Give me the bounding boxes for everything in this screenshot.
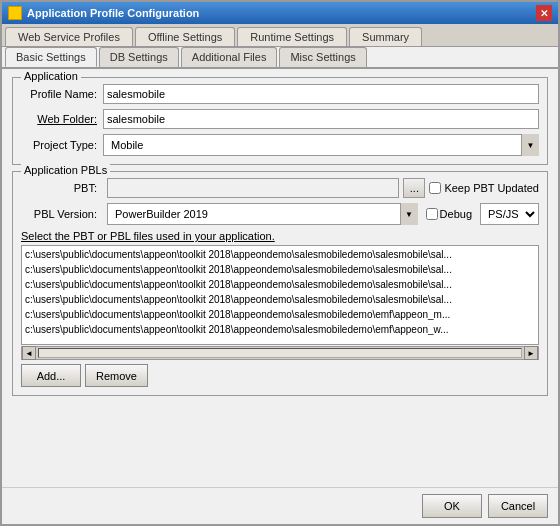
horizontal-scrollbar[interactable]: ◄ ► xyxy=(21,346,539,360)
pbl-version-select[interactable]: PowerBuilder 2019 PowerBuilder 2017 Powe… xyxy=(107,203,418,225)
tab-misc-settings[interactable]: Misc Settings xyxy=(279,47,366,67)
list-item[interactable]: c:\users\public\documents\appeon\toolkit… xyxy=(23,292,537,307)
list-item[interactable]: c:\users\public\documents\appeon\toolkit… xyxy=(23,277,537,292)
profile-name-label: Profile Name: xyxy=(21,88,103,100)
tab-summary[interactable]: Summary xyxy=(349,27,422,46)
tab-web-service-profiles[interactable]: Web Service Profiles xyxy=(5,27,133,46)
psjs-select[interactable]: PS/JS xyxy=(480,203,539,225)
pbl-version-label: PBL Version: xyxy=(21,208,103,220)
tab-offline-settings[interactable]: Offline Settings xyxy=(135,27,235,46)
footer: OK Cancel xyxy=(2,487,558,524)
scroll-right-button[interactable]: ► xyxy=(524,346,538,360)
project-type-wrapper: Mobile Web Desktop ▼ xyxy=(103,134,539,156)
list-item[interactable]: c:\users\public\documents\appeon\toolkit… xyxy=(23,307,537,322)
pbt-label: PBT: xyxy=(21,182,103,194)
close-button[interactable]: ✕ xyxy=(536,5,552,21)
application-group-label: Application xyxy=(21,70,81,82)
web-folder-row: Web Folder: xyxy=(21,109,539,129)
pbl-version-wrapper: PowerBuilder 2019 PowerBuilder 2017 Powe… xyxy=(107,203,418,225)
pbl-group-label: Application PBLs xyxy=(21,164,110,176)
file-list[interactable]: c:\users\public\documents\appeon\toolkit… xyxy=(21,245,539,345)
debug-label: Debug xyxy=(440,208,472,220)
list-item[interactable]: c:\users\public\documents\appeon\toolkit… xyxy=(23,247,537,262)
pbl-version-row: PBL Version: PowerBuilder 2019 PowerBuil… xyxy=(21,203,539,225)
list-item[interactable]: c:\users\public\documents\appeon\toolkit… xyxy=(23,322,537,337)
pbt-browse-button[interactable]: ... xyxy=(403,178,425,198)
project-type-label: Project Type: xyxy=(21,139,103,151)
keep-updated-label: Keep PBT Updated xyxy=(444,182,539,194)
pbl-group: Application PBLs PBT: ... Keep PBT Updat… xyxy=(12,171,548,396)
list-item[interactable]: c:\users\public\documents\appeon\toolkit… xyxy=(23,262,537,277)
remove-button[interactable]: Remove xyxy=(85,364,148,387)
application-group: Application Profile Name: Web Folder: Pr… xyxy=(12,77,548,165)
add-button[interactable]: Add... xyxy=(21,364,81,387)
scroll-left-button[interactable]: ◄ xyxy=(22,346,36,360)
content-area: Application Profile Name: Web Folder: Pr… xyxy=(2,69,558,487)
top-tab-bar: Web Service Profiles Offline Settings Ru… xyxy=(2,24,558,47)
window-title: Application Profile Configuration xyxy=(27,7,199,19)
keep-updated-row: Keep PBT Updated xyxy=(429,182,539,194)
psjs-wrapper: PS/JS xyxy=(480,203,539,225)
add-remove-row: Add... Remove xyxy=(21,364,539,387)
debug-checkbox-row: Debug xyxy=(426,208,472,220)
title-bar: Application Profile Configuration ✕ xyxy=(2,2,558,24)
ok-button[interactable]: OK xyxy=(422,494,482,518)
profile-name-input[interactable] xyxy=(103,84,539,104)
project-type-select[interactable]: Mobile Web Desktop xyxy=(103,134,539,156)
main-window: Application Profile Configuration ✕ Web … xyxy=(0,0,560,526)
second-tab-bar: Basic Settings DB Settings Additional Fi… xyxy=(2,47,558,69)
keep-pbt-updated-checkbox[interactable] xyxy=(429,182,441,194)
tab-runtime-settings[interactable]: Runtime Settings xyxy=(237,27,347,46)
file-list-hint: Select the PBT or PBL files used in your… xyxy=(21,230,539,242)
tab-db-settings[interactable]: DB Settings xyxy=(99,47,179,67)
title-bar-left: Application Profile Configuration xyxy=(8,6,199,20)
scrollbar-track xyxy=(38,348,522,358)
pbt-input[interactable] xyxy=(107,178,399,198)
app-icon xyxy=(8,6,22,20)
web-folder-input[interactable] xyxy=(103,109,539,129)
cancel-button[interactable]: Cancel xyxy=(488,494,548,518)
profile-name-row: Profile Name: xyxy=(21,84,539,104)
tab-additional-files[interactable]: Additional Files xyxy=(181,47,278,67)
pbt-row: PBT: ... Keep PBT Updated xyxy=(21,178,539,198)
project-type-row: Project Type: Mobile Web Desktop ▼ xyxy=(21,134,539,156)
tab-basic-settings[interactable]: Basic Settings xyxy=(5,47,97,67)
web-folder-label: Web Folder: xyxy=(21,113,103,125)
debug-checkbox[interactable] xyxy=(426,208,438,220)
